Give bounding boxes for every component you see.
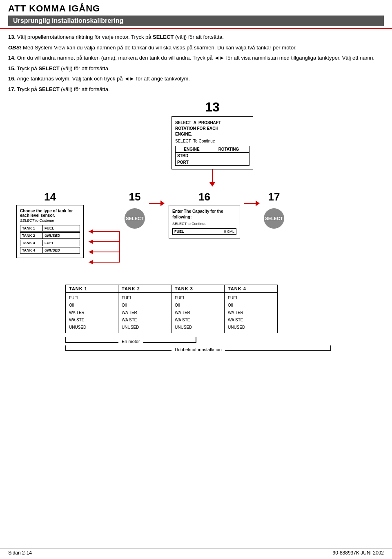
step14-number: 14 xyxy=(44,191,56,203)
tank-row-3: TANK 3 FUEL xyxy=(20,240,80,246)
tank4-value: UNUSED xyxy=(43,247,80,253)
tank2-label: TANK 2 xyxy=(20,233,43,238)
tank-col-4-header: TANK 4 xyxy=(225,285,277,293)
step14-tank-box: Choose the type of tank for each level s… xyxy=(16,205,84,258)
step13-screen: SELECT A PROSHAFTROTATION FOR EACHENGINE… xyxy=(172,116,253,169)
tank4-label: TANK 4 xyxy=(20,247,43,253)
red-h-line-15-16 xyxy=(149,203,160,204)
tank-row-2: TANK 2 UNUSED xyxy=(20,232,80,239)
step-13-text: 13. Välj propellerrotationens riktning f… xyxy=(8,33,384,41)
svg-marker-5 xyxy=(89,250,93,254)
red-arrowhead-15-16 xyxy=(160,200,165,206)
step14-title: Choose the type of tank for each level s… xyxy=(20,209,80,218)
step13-arrow-down xyxy=(209,169,216,187)
tank-col-4-items: FUELOilWA TERWA STEUNUSED xyxy=(225,293,277,333)
step16-col: 16 Enter The Capacity for the following:… xyxy=(169,191,240,238)
capacity-value: 0 GAL xyxy=(197,229,236,234)
tank3-label: TANK 3 xyxy=(20,240,43,246)
step15-number: 15 xyxy=(129,191,141,203)
red-arrowhead-16-17 xyxy=(256,200,260,206)
step16-capacity-box: Enter The Capacity for the following: SE… xyxy=(169,205,240,238)
tank-col-3: TANK 3 FUELOilWA TERWA STEUNUSED xyxy=(172,285,225,333)
step-14-text: 14. Om du vill ändra namnet på tanken (a… xyxy=(8,54,384,62)
arrow-14-15 xyxy=(88,223,120,276)
tank3-value: FUEL xyxy=(43,240,80,246)
table-row: STBD xyxy=(176,153,249,159)
page-title: ATT KOMMA IGÅNG xyxy=(8,3,384,14)
tank-back-lines xyxy=(88,223,120,276)
engine-table: ENGINE ROTATING STBD PORT xyxy=(175,146,249,166)
step17-number: 17 xyxy=(268,191,280,203)
dubbel-label: Dubbelmotorinstallation xyxy=(172,347,225,352)
tank-col-2-header: TANK 2 xyxy=(118,285,171,293)
page-header: ATT KOMMA IGÅNG Ursprunglig installation… xyxy=(0,0,392,29)
step15-select-btn[interactable]: SELECT xyxy=(125,208,145,229)
table-row: PORT xyxy=(176,159,249,166)
footer-right: 90-888937K JUNI 2002 xyxy=(333,550,384,556)
step-16-text: 16. Ange tankarnas volym. Välj tank och … xyxy=(8,75,384,83)
svg-marker-7 xyxy=(89,260,93,264)
dubbel-bracket-right xyxy=(225,345,331,351)
tank-col-1-items: FUELOilWA TERWA STEUNUSED xyxy=(66,293,118,333)
step13-screen-text: SELECT A PROSHAFTROTATION FOR EACHENGINE… xyxy=(175,120,249,137)
tank-col-2: TANK 2 FUELOilWA TERWA STEUNUSED xyxy=(118,285,172,333)
body-content: 13. Välj propellerrotationens riktning f… xyxy=(0,29,392,100)
steps-14-17-row: 14 Choose the type of tank for each leve… xyxy=(8,191,384,276)
tank-col-4: TANK 4 FUELOilWA TERWA STEUNUSED xyxy=(225,285,278,333)
step16-title: Enter The Capacity for the following: xyxy=(172,209,236,220)
tank-col-3-header: TANK 3 xyxy=(172,285,224,293)
page-footer: Sidan 2-14 90-888937K JUNI 2002 xyxy=(0,548,392,556)
step17-col: 17 SELECT xyxy=(264,191,284,232)
dubbel-row: Dubbelmotorinstallation xyxy=(65,345,376,351)
step16-sub: SELECT to Continue xyxy=(172,222,236,226)
step16-number: 16 xyxy=(198,191,210,203)
port-cell: PORT xyxy=(176,159,208,166)
capacity-label: FUEL xyxy=(173,229,197,234)
tank-columns: TANK 1 FUELOilWA TERWA STEUNUSED TANK 2 … xyxy=(65,285,376,333)
section-title: Ursprunglig installationskalibrering xyxy=(8,16,384,26)
step14-col: 14 Choose the type of tank for each leve… xyxy=(16,191,84,258)
red-line-v xyxy=(212,169,213,182)
stbd-rotating xyxy=(208,153,249,159)
step13-diagram: 13 SELECT A PROSHAFTROTATION FOR EACHENG… xyxy=(41,100,384,187)
tank1-label: TANK 1 xyxy=(20,225,43,231)
engine-col-header: ENGINE xyxy=(176,146,208,153)
rotating-col-header: ROTATING xyxy=(208,146,249,153)
motor-labels: En motor Dubbelmotorinstallation xyxy=(65,337,376,351)
capacity-row: FUEL 0 GAL xyxy=(172,228,236,235)
step13-select-text: SELECT To Continue xyxy=(175,139,249,143)
tank1-value: FUEL xyxy=(43,225,80,231)
step-17-text: 17. Tryck på SELECT (välj) för att forts… xyxy=(8,85,384,94)
step13-number: 13 xyxy=(205,100,220,115)
tank-col-1-header: TANK 1 xyxy=(66,285,118,293)
dubbel-bracket-left xyxy=(65,345,172,351)
step15-col: 15 SELECT xyxy=(125,191,145,232)
tank-col-3-items: FUELOilWA TERWA STEUNUSED xyxy=(172,293,224,333)
svg-marker-3 xyxy=(89,240,93,244)
tank-col-1: TANK 1 FUELOilWA TERWA STEUNUSED xyxy=(65,285,118,333)
stbd-cell: STBD xyxy=(176,153,208,159)
step17-select-btn[interactable]: SELECT xyxy=(264,208,284,229)
en-motor-row: En motor xyxy=(65,337,376,343)
arrow-16-17 xyxy=(244,200,260,206)
tank2-value: UNUSED xyxy=(43,233,80,238)
arrow-15-16 xyxy=(149,200,165,206)
en-motor-bracket-right xyxy=(143,337,196,343)
footer-left: Sidan 2-14 xyxy=(8,550,32,556)
port-rotating xyxy=(208,159,249,166)
tank-row-4: TANK 4 UNUSED xyxy=(20,247,80,254)
svg-marker-1 xyxy=(89,229,93,234)
step-15-text: 15. Tryck på SELECT (välj) för att forts… xyxy=(8,65,384,73)
en-motor-bracket-left xyxy=(65,337,118,343)
red-arrowhead-down xyxy=(209,182,216,187)
obs-text: OBS! Med System View kan du välja namnen… xyxy=(8,44,384,52)
red-h-line-16-17 xyxy=(244,203,256,204)
back-lines-svg xyxy=(88,223,120,276)
tank-col-2-items: FUELOilWA TERWA STEUNUSED xyxy=(118,293,171,333)
step14-sub: SELECT to Continue xyxy=(20,218,80,223)
en-motor-label: En motor xyxy=(118,339,143,344)
diagrams-area: 13 SELECT A PROSHAFTROTATION FOR EACHENG… xyxy=(0,100,392,351)
tank-row-1: TANK 1 FUEL xyxy=(20,225,80,232)
